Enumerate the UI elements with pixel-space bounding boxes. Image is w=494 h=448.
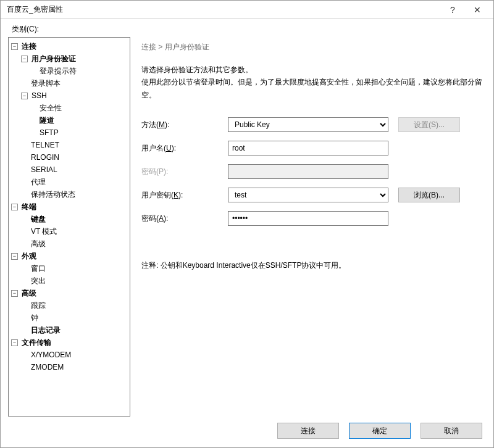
main-row: −连接 −用户身份验证 登录提示符 登录脚本 − bbox=[8, 37, 486, 417]
tree-keepalive[interactable]: 保持活动状态 bbox=[9, 188, 130, 201]
row-password: 密码(P): bbox=[141, 164, 482, 179]
tree-zmodem[interactable]: ZMODEM bbox=[9, 361, 130, 373]
window-title: 百度云_免密属性 bbox=[7, 4, 440, 15]
tree-tunnel[interactable]: 隧道 bbox=[9, 114, 130, 127]
tree-bell[interactable]: 钟 bbox=[9, 312, 130, 324]
tree-logging[interactable]: 日志记录 bbox=[9, 324, 130, 336]
dialog-footer: 连接 确定 取消 bbox=[8, 417, 486, 441]
tree-window[interactable]: 窗口 bbox=[9, 262, 130, 275]
tree-security[interactable]: 安全性 bbox=[9, 102, 130, 114]
tree-keyboard[interactable]: 键盘 bbox=[9, 213, 130, 225]
tree-xymodem[interactable]: X/YMODEM bbox=[9, 349, 130, 361]
row-username: 用户名(U): bbox=[141, 141, 482, 156]
collapse-icon[interactable]: − bbox=[21, 93, 28, 99]
username-label: 用户名(U): bbox=[141, 143, 228, 154]
collapse-icon[interactable]: − bbox=[11, 290, 18, 297]
password-label: 密码(P): bbox=[141, 167, 228, 177]
collapse-icon[interactable]: − bbox=[11, 43, 18, 50]
category-label: 类别(C): bbox=[12, 24, 486, 35]
username-input[interactable] bbox=[228, 141, 388, 156]
collapse-icon[interactable]: − bbox=[11, 204, 18, 210]
tree-proxy[interactable]: 代理 bbox=[9, 176, 130, 188]
collapse-icon[interactable]: − bbox=[11, 339, 18, 346]
row-userkey: 用户密钥(K): test 浏览(B)... bbox=[141, 188, 482, 202]
category-tree[interactable]: −连接 −用户身份验证 登录提示符 登录脚本 − bbox=[8, 37, 130, 417]
help-button[interactable]: ? bbox=[440, 1, 465, 19]
cancel-button[interactable]: 取消 bbox=[421, 423, 482, 439]
tree-user-auth[interactable]: −用户身份验证 bbox=[9, 52, 130, 65]
tree-login-script[interactable]: 登录脚本 bbox=[9, 77, 130, 89]
tree-ssh[interactable]: −SSH bbox=[9, 89, 130, 102]
breadcrumb: 连接 > 用户身份验证 bbox=[141, 42, 482, 52]
ok-button[interactable]: 确定 bbox=[349, 423, 411, 439]
tree-trace[interactable]: 跟踪 bbox=[9, 299, 130, 312]
close-icon: ✕ bbox=[474, 5, 481, 15]
connect-button[interactable]: 连接 bbox=[277, 423, 339, 439]
settings-button[interactable]: 设置(S)... bbox=[398, 117, 460, 132]
tree-login-prompt[interactable]: 登录提示符 bbox=[9, 65, 130, 77]
method-select[interactable]: Public KeyPasswordKeyboard InteractiveGS… bbox=[228, 117, 388, 132]
browse-button[interactable]: 浏览(B)... bbox=[398, 188, 460, 202]
tree-sftp[interactable]: SFTP bbox=[9, 127, 130, 139]
tree-advanced[interactable]: −高级 bbox=[9, 287, 130, 299]
question-icon: ? bbox=[450, 5, 455, 15]
tree-highlight[interactable]: 突出 bbox=[9, 275, 130, 287]
tree-terminal[interactable]: −终端 bbox=[9, 201, 130, 213]
tree-advanced-term[interactable]: 高级 bbox=[9, 238, 130, 250]
collapse-icon[interactable]: − bbox=[11, 253, 18, 260]
content-area: 类别(C): −连接 −用户身份验证 登录提示符 bbox=[1, 19, 493, 447]
row-passphrase: 密码(A): bbox=[141, 211, 482, 226]
tree-telnet[interactable]: TELNET bbox=[9, 139, 130, 151]
userkey-select[interactable]: test bbox=[228, 188, 388, 202]
right-pane: 连接 > 用户身份验证 请选择身份验证方法和其它参数。 使用此部分以节省登录时间… bbox=[130, 37, 486, 417]
description: 请选择身份验证方法和其它参数。 使用此部分以节省登录时间。但是，为了最大限度地提… bbox=[141, 64, 482, 101]
desc-line-2: 使用此部分以节省登录时间。但是，为了最大限度地提高安全性，如果担心安全问题，建议… bbox=[141, 76, 482, 101]
tree-serial[interactable]: SERIAL bbox=[9, 164, 130, 176]
note-text: 注释: 公钥和Keyboard Interactive仅在SSH/SFTP协议中… bbox=[141, 260, 482, 271]
close-button[interactable]: ✕ bbox=[465, 1, 490, 19]
tree-filetransfer[interactable]: −文件传输 bbox=[9, 336, 130, 349]
tree-vt-mode[interactable]: VT 模式 bbox=[9, 225, 130, 238]
titlebar: 百度云_免密属性 ? ✕ bbox=[1, 1, 493, 19]
userkey-label: 用户密钥(K): bbox=[141, 190, 228, 201]
passphrase-label: 密码(A): bbox=[141, 214, 228, 224]
tree-connection[interactable]: −连接 bbox=[9, 40, 130, 52]
password-input bbox=[228, 164, 388, 179]
desc-line-1: 请选择身份验证方法和其它参数。 bbox=[141, 64, 482, 76]
tree-appearance[interactable]: −外观 bbox=[9, 250, 130, 262]
collapse-icon[interactable]: − bbox=[21, 56, 28, 62]
dialog-window: 百度云_免密属性 ? ✕ 类别(C): −连接 −用户身份验证 bbox=[0, 0, 494, 448]
row-method: 方法(M): Public KeyPasswordKeyboard Intera… bbox=[141, 117, 482, 132]
method-label: 方法(M): bbox=[141, 120, 228, 130]
passphrase-input[interactable] bbox=[228, 211, 388, 226]
tree-rlogin[interactable]: RLOGIN bbox=[9, 151, 130, 164]
